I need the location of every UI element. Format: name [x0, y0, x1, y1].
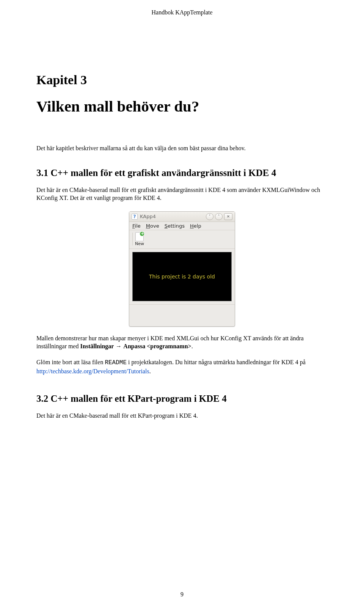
window-title: KApp4 — [140, 214, 204, 219]
menubar: File Move Settings Help — [129, 222, 235, 230]
section-3-1-p3: Glöm inte bort att läsa filen README i p… — [36, 358, 328, 375]
running-header: Handbok KAppTemplate — [0, 0, 364, 16]
text-run: . — [191, 343, 193, 349]
section-3-1-p2: Mallen demonstrerar hur man skapar menye… — [36, 334, 328, 351]
titlebar: ? KApp4 ˅ ˄ ✕ — [129, 212, 235, 222]
statusbar — [129, 304, 235, 326]
hyperlink[interactable]: http://techbase.kde.org/Development/Tuto… — [36, 368, 149, 374]
screenshot-figure: ? KApp4 ˅ ˄ ✕ File Move Settings Help + … — [36, 211, 328, 327]
maximize-button[interactable]: ˄ — [215, 213, 223, 220]
canvas-area: This project is 2 days old — [129, 249, 235, 304]
new-button[interactable]: + New — [135, 232, 144, 246]
new-button-label: New — [135, 241, 144, 246]
text-run: i projektkatalogen. Du hittar några utmä… — [127, 359, 306, 365]
close-button[interactable]: ✕ — [224, 213, 232, 220]
chapter-title: Vilken mall behöver du? — [36, 97, 328, 115]
section-3-2-p1: Det här är en CMake-baserad mall för ett… — [36, 412, 328, 420]
text-run: Glöm inte bort att läsa filen — [36, 359, 105, 365]
toolbar: + New — [129, 230, 235, 249]
bold-text: Inställningar — [80, 343, 114, 349]
arrow-text: → — [114, 343, 123, 349]
section-3-1-p1: Det här är en CMake-baserad mall för ett… — [36, 186, 328, 202]
new-document-icon: + — [135, 232, 144, 241]
menu-settings[interactable]: Settings — [165, 223, 185, 229]
menu-move[interactable]: Move — [146, 223, 159, 229]
chapter-intro: Det här kapitlet beskriver mallarna så a… — [36, 144, 328, 153]
mono-text: README — [105, 359, 127, 366]
page-number: 9 — [0, 591, 364, 598]
app-icon: ? — [132, 214, 138, 220]
minimize-button[interactable]: ˅ — [206, 213, 213, 220]
text-run: . — [149, 368, 151, 374]
toolbar-separator — [132, 233, 133, 245]
chapter-label: Kapitel 3 — [36, 73, 328, 87]
section-3-1-heading: 3.1 C++ mallen för ett grafiskt användar… — [36, 168, 328, 178]
content-panel-text: This project is 2 days old — [149, 274, 215, 280]
kapp4-window: ? KApp4 ˅ ˄ ✕ File Move Settings Help + … — [129, 211, 235, 327]
bold-text: Anpassa <programnamn> — [123, 343, 191, 349]
menu-file[interactable]: File — [132, 223, 141, 229]
section-3-2-heading: 3.2 C++ mallen för ett KPart-program i K… — [36, 393, 328, 404]
menu-help[interactable]: Help — [190, 223, 201, 229]
content-panel: This project is 2 days old — [132, 252, 232, 301]
page-content: Kapitel 3 Vilken mall behöver du? Det hä… — [0, 73, 364, 420]
